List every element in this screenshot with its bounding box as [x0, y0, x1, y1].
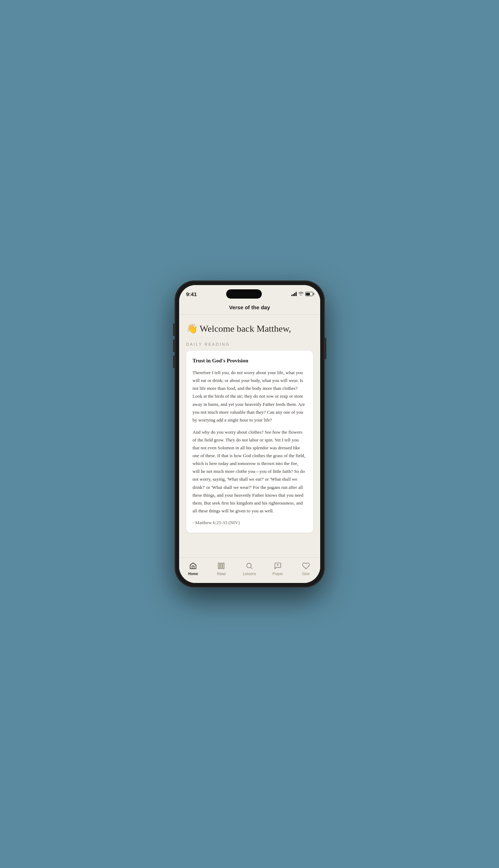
tab-home[interactable]: Home	[182, 560, 204, 577]
tab-read[interactable]: Read	[210, 560, 232, 577]
svg-rect-0	[218, 563, 220, 569]
welcome-heading: 👋 Welcome back Matthew,	[186, 323, 313, 334]
give-icon	[302, 562, 310, 571]
tab-prayer-label: Prayer	[272, 572, 283, 576]
tab-read-label: Read	[217, 572, 225, 576]
battery-icon	[305, 292, 313, 296]
lessons-icon	[245, 562, 253, 571]
phone-screen: 9:41 Verse of the da	[179, 285, 320, 583]
reading-paragraph-2: And why do you worry about clothes? See …	[193, 428, 307, 515]
section-label: DAILY READING	[186, 342, 313, 346]
status-time: 9:41	[186, 291, 197, 297]
nav-bar: Verse of the day	[179, 301, 320, 315]
main-content: 👋 Welcome back Matthew, DAILY READING Tr…	[179, 315, 320, 557]
status-icons	[291, 292, 313, 296]
reading-paragraph-1: Therefore I tell you, do not worry about…	[193, 369, 307, 424]
nav-title: Verse of the day	[229, 304, 270, 310]
dynamic-island	[226, 289, 262, 299]
signal-icon	[291, 292, 297, 296]
home-icon	[189, 562, 197, 571]
tab-give-label: Give	[302, 572, 310, 576]
tab-lessons[interactable]: Lessons	[239, 560, 260, 577]
reading-title: Trust in God's Provision	[193, 358, 307, 364]
welcome-text: Welcome back Matthew,	[200, 324, 291, 334]
wifi-icon	[298, 292, 303, 296]
tab-home-label: Home	[188, 572, 198, 576]
tab-lessons-label: Lessons	[243, 572, 256, 576]
phone-device: 9:41 Verse of the da	[175, 281, 324, 587]
prayer-icon	[274, 562, 282, 571]
reading-citation: - Matthew 6:25-33 (NIV)	[193, 520, 307, 526]
status-bar: 9:41	[179, 285, 320, 301]
welcome-icon: 👋	[186, 324, 198, 334]
svg-point-3	[247, 563, 251, 568]
svg-rect-2	[223, 563, 224, 569]
read-icon	[217, 562, 225, 571]
tab-prayer[interactable]: Prayer	[267, 560, 289, 577]
tab-give[interactable]: Give	[295, 560, 317, 577]
reading-text: Therefore I tell you, do not worry about…	[193, 369, 307, 515]
tab-bar: Home Read	[179, 557, 320, 583]
svg-rect-1	[220, 563, 222, 569]
reading-card: Trust in God's Provision Therefore I tel…	[186, 351, 313, 533]
